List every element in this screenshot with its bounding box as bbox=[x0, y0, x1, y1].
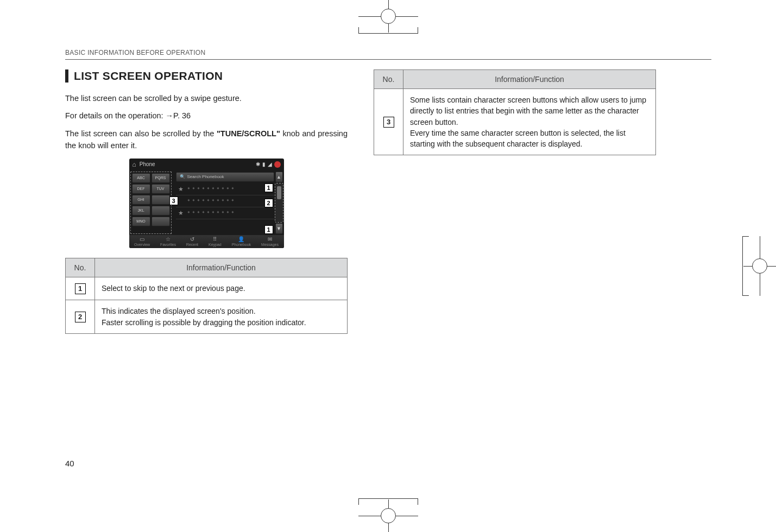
row-1-text: Select to skip to the next or previous p… bbox=[95, 277, 348, 300]
paragraph-2: For details on the operation: →P. 36 bbox=[65, 110, 348, 122]
list-item[interactable]: ★ ＊＊＊＊＊＊＊＊＊＊ bbox=[176, 207, 274, 219]
paragraph-3-lead: The list screen can also be scrolled by … bbox=[65, 129, 217, 138]
list-item-text: ＊＊＊＊＊＊＊＊＊＊ bbox=[186, 198, 235, 205]
key-blank2[interactable] bbox=[152, 206, 170, 216]
right-column: No. Information/Function 3 Some lists co… bbox=[374, 69, 656, 334]
running-header: BASIC INFORMATION BEFORE OPERATION bbox=[65, 49, 711, 60]
home-icon: ⌂ bbox=[133, 161, 136, 168]
key-ghi[interactable]: GHI bbox=[132, 195, 150, 205]
device-screenshot: ⌂ Phone ✱ ▮ ◢ ABC bbox=[129, 159, 284, 248]
info-table-left: No. Information/Function 1 Select to ski… bbox=[65, 258, 348, 334]
list-area: 🔍 Search Phonebook ★ ＊＊＊＊＊＊＊＊＊＊ ★ ＊＊＊＊＊＊… bbox=[173, 170, 284, 235]
signal-icon: ◢ bbox=[268, 161, 272, 167]
recent-icon: ↺ bbox=[190, 236, 194, 242]
list-item[interactable]: ★ ＊＊＊＊＊＊＊＊＊＊ bbox=[176, 195, 274, 207]
status-icons: ✱ ▮ ◢ bbox=[256, 161, 281, 168]
left-column: LIST SCREEN OPERATION The list screen ca… bbox=[65, 69, 348, 334]
row-num-2-icon: 2 bbox=[75, 312, 86, 322]
nav-messages[interactable]: ✉Messages bbox=[261, 236, 279, 246]
nav-recent[interactable]: ↺Recent bbox=[186, 236, 198, 246]
tune-scroll-label: "TUNE/SCROLL" bbox=[217, 129, 280, 138]
page-number: 40 bbox=[65, 459, 74, 468]
paragraph-3: The list screen can also be scrolled by … bbox=[65, 128, 348, 152]
paragraph-1: The list screen can be scrolled by a swi… bbox=[65, 92, 348, 104]
nav-overview[interactable]: ▭Overview bbox=[134, 236, 150, 246]
bluetooth-icon: ✱ bbox=[256, 161, 260, 167]
key-abc[interactable]: ABC bbox=[132, 173, 150, 183]
list-item-text: ＊＊＊＊＊＊＊＊＊＊ bbox=[186, 186, 235, 193]
key-jkl[interactable]: JKL bbox=[132, 206, 150, 216]
search-icon: 🔍 bbox=[180, 174, 185, 179]
callout-1b-icon: 1 bbox=[264, 225, 273, 234]
list-item[interactable]: ★ ＊＊＊＊＊＊＊＊＊＊ bbox=[176, 183, 274, 195]
callout-2-icon: 2 bbox=[264, 199, 273, 207]
page-down-button[interactable]: ▼ bbox=[275, 223, 283, 234]
bottom-nav: ▭Overview ☆Favorites ↺Recent ⠿Keypad 👤Ph… bbox=[129, 235, 284, 248]
info-table-right: No. Information/Function 3 Some lists co… bbox=[374, 69, 656, 155]
search-label: Search Phonebook bbox=[187, 174, 224, 179]
callout-3-icon: 3 bbox=[169, 197, 178, 205]
screen-title: Phone bbox=[140, 161, 155, 167]
registration-mark-bottom bbox=[358, 499, 418, 532]
nav-keypad[interactable]: ⠿Keypad bbox=[209, 236, 222, 246]
nav-favorites[interactable]: ☆Favorites bbox=[160, 236, 176, 246]
col-info-header: Information/Function bbox=[403, 70, 656, 89]
page-up-button[interactable]: ▲ bbox=[275, 172, 283, 182]
scroll-thumb[interactable] bbox=[277, 186, 281, 199]
record-icon bbox=[274, 161, 281, 168]
key-def[interactable]: DEF bbox=[132, 184, 150, 194]
table-row: 2 This indicates the displayed screen's … bbox=[66, 300, 348, 334]
table-row: 3 Some lists contain character screen bu… bbox=[374, 89, 656, 155]
row-2-text: This indicates the displayed screen's po… bbox=[95, 300, 348, 334]
row-num-3-icon: 3 bbox=[383, 117, 394, 128]
phonebook-icon: 👤 bbox=[238, 236, 244, 242]
nav-phonebook[interactable]: 👤Phonebook bbox=[232, 236, 251, 246]
row-3-text: Some lists contain character screen butt… bbox=[403, 89, 656, 155]
star-icon: ★ bbox=[178, 186, 184, 193]
section-heading: LIST SCREEN OPERATION bbox=[65, 69, 348, 83]
col-no-header: No. bbox=[374, 70, 403, 89]
favorites-icon: ☆ bbox=[166, 236, 171, 242]
messages-icon: ✉ bbox=[268, 236, 272, 242]
overview-icon: ▭ bbox=[140, 236, 144, 242]
col-info-header: Information/Function bbox=[95, 258, 348, 277]
row-num-1-icon: 1 bbox=[75, 283, 86, 294]
key-mno[interactable]: MNO bbox=[132, 217, 150, 226]
star-icon: ★ bbox=[178, 210, 184, 217]
key-blank1[interactable] bbox=[152, 195, 170, 205]
registration-mark-top bbox=[358, 0, 418, 33]
callout-1-icon: 1 bbox=[264, 183, 273, 192]
col-no-header: No. bbox=[66, 258, 95, 277]
table-row: 1 Select to skip to the next or previous… bbox=[66, 277, 348, 300]
battery-icon: ▮ bbox=[262, 161, 266, 167]
keypad-icon: ⠿ bbox=[213, 236, 217, 242]
character-keys-panel: ABC PQRS DEF TUV GHI bbox=[130, 172, 172, 234]
key-blank3[interactable] bbox=[152, 217, 170, 226]
search-phonebook-button[interactable]: 🔍 Search Phonebook bbox=[176, 172, 274, 182]
registration-mark-right bbox=[743, 236, 776, 296]
list-item-text: ＊＊＊＊＊＊＊＊＊＊ bbox=[186, 210, 235, 217]
key-pqrs[interactable]: PQRS bbox=[152, 173, 170, 183]
scroll-track[interactable] bbox=[275, 183, 283, 222]
key-tuv[interactable]: TUV bbox=[152, 184, 170, 194]
